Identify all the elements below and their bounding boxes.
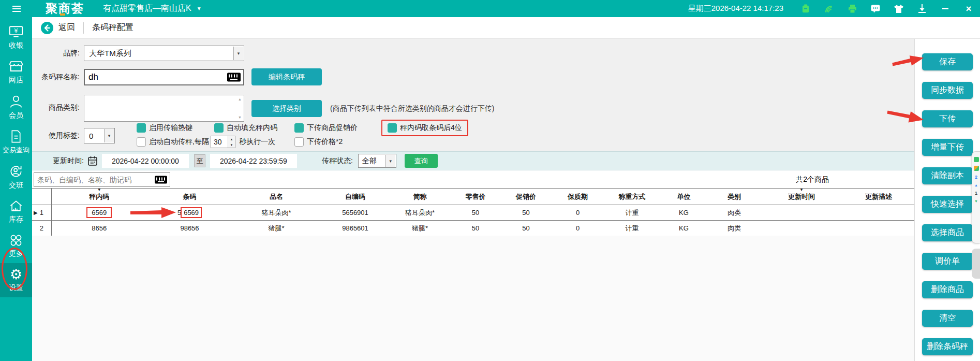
stepper-down-icon[interactable]: ▼ — [228, 142, 235, 148]
date-from-input[interactable]: 2026-04-22 00:00:00 — [102, 154, 189, 168]
use-label-select[interactable]: 0 ▾ — [84, 128, 115, 143]
col-barcode[interactable]: 条码 — [147, 189, 232, 205]
edit-scale-button[interactable]: 编辑条码秤 — [251, 68, 322, 85]
table-row[interactable]: 2 8656 98656 猪腿* 9865601 猪腿* 50 50 0 计重 … — [32, 221, 914, 236]
checkbox-code-last4[interactable]: 秤内码取条码后4位 — [388, 123, 462, 133]
sync-data-button[interactable]: 同步数据 — [922, 82, 973, 99]
clear-button[interactable]: 清空 — [922, 310, 973, 327]
brand-select[interactable]: 大华TM系列 ▾ — [84, 46, 244, 61]
sidebar-item-more[interactable]: 更多 — [0, 229, 32, 263]
keyboard-icon[interactable] — [227, 73, 241, 81]
col-retail-price[interactable]: 零售价 — [450, 189, 501, 205]
checkbox-row-1: 启用传输热键 自动填充秤内码 下传商品促销价 秤内码取条码后4位 — [137, 123, 468, 133]
col-self-code[interactable]: 自编码 — [320, 189, 390, 205]
category-textarea[interactable]: ▲ ▼ — [84, 95, 244, 122]
checkbox-auto-transfer[interactable]: 启动自动传秤,每隔 — [137, 137, 209, 147]
delete-scale-button[interactable]: 删除条码秤 — [922, 338, 973, 355]
col-shelf-life[interactable]: 保质期 — [551, 189, 605, 205]
close-icon[interactable]: × — [963, 4, 974, 13]
minimize-icon[interactable] — [940, 4, 951, 13]
cell-name: 猪耳朵肉* — [232, 205, 320, 221]
incremental-upload-button[interactable]: 增量下传 — [922, 139, 973, 156]
sidebar-item-inventory[interactable]: 库存 — [0, 195, 32, 229]
search-field-wrap — [34, 172, 170, 187]
col-unit[interactable]: 单位 — [659, 189, 708, 205]
search-input[interactable] — [34, 176, 151, 184]
sidebar-item-transactions[interactable]: 交易查询 — [0, 125, 32, 160]
download-icon[interactable] — [917, 4, 927, 13]
scale-status-select[interactable]: 全部 ▾ — [358, 154, 396, 168]
sidebar-item-settings[interactable]: ⚙ 设置 — [0, 263, 32, 297]
calendar-icon[interactable] — [88, 156, 97, 166]
battery-icon — [800, 4, 811, 13]
back-button[interactable]: 返回 — [40, 21, 75, 35]
chat-message-icon[interactable] — [870, 4, 881, 13]
annotation-box-scale-code: 6569 — [86, 207, 112, 218]
date-from-value: 2026-04-22 00:00:00 — [112, 157, 179, 165]
col-name[interactable]: 品名 — [232, 189, 320, 205]
shirt-icon[interactable] — [894, 4, 904, 13]
upload-button[interactable]: 下传 — [922, 110, 973, 127]
col-scale-code[interactable]: ▾秤内码 — [51, 189, 147, 205]
col-promo-price[interactable]: 促销价 — [501, 189, 551, 205]
keyboard-icon[interactable] — [155, 176, 167, 184]
sidebar-item-shift-change[interactable]: 交班 — [0, 160, 32, 195]
chevron-down-icon[interactable]: ▾ — [233, 47, 243, 60]
checkbox-price-x2[interactable]: 下传价格*2 — [294, 137, 343, 147]
col-category[interactable]: 类别 — [708, 189, 760, 205]
col-row-marker — [32, 189, 51, 205]
checkbox-checked-icon[interactable] — [214, 123, 224, 133]
scroll-down-icon[interactable]: ▼ — [238, 115, 242, 119]
interval-stepper[interactable]: 30 ▲ ▼ — [211, 136, 235, 148]
cell-shelf: 0 — [551, 205, 605, 221]
cell-update-desc — [843, 221, 914, 236]
checkbox-checked-icon[interactable] — [137, 123, 146, 133]
query-button[interactable]: 查询 — [405, 154, 438, 168]
checkbox-unchecked-icon[interactable] — [137, 137, 146, 147]
col-update-time[interactable]: ▾更新时间 — [760, 189, 843, 205]
brand-label: 品牌: — [32, 49, 84, 58]
date-to-input[interactable]: 2026-04-22 23:59:59 — [210, 154, 297, 168]
scale-name-input[interactable] — [85, 72, 225, 82]
table-header-row: ▾秤内码 条码 品名 自编码 简称 零售价 促销价 保质期 称重方式 单位 类别… — [32, 189, 914, 205]
checkbox-transfer-hotkey[interactable]: 启用传输热键 — [137, 123, 214, 133]
store-selector[interactable]: 有点甜零售店—南山店K ▼ — [103, 3, 202, 14]
checkbox-label: 启动自动传秤,每隔 — [149, 137, 209, 147]
datetime-label: 星期三2026-04-22 14:17:23 — [688, 4, 783, 13]
price-adjust-button[interactable]: 调价单 — [922, 253, 973, 270]
select-category-button[interactable]: 选择类别 — [251, 100, 322, 117]
stepper-up-icon[interactable]: ▲ — [228, 136, 235, 142]
col-short-name[interactable]: 简称 — [390, 189, 450, 205]
scroll-up-icon[interactable]: ▲ — [238, 97, 242, 101]
cell-update-desc — [843, 205, 914, 221]
checkbox-upload-promo[interactable]: 下传商品促销价 — [294, 123, 381, 133]
select-goods-button[interactable]: 选择商品 — [922, 224, 973, 241]
checkbox-auto-fill-code[interactable]: 自动填充秤内码 — [214, 123, 294, 133]
sidebar-item-cashier[interactable]: ¥ 收银 — [0, 20, 32, 55]
checkbox-unchecked-icon[interactable] — [294, 137, 304, 147]
table-row[interactable]: ▶1 6569 56569 猪耳朵肉* 5656901 猪耳朵肉* 50 50 … — [32, 205, 914, 221]
col-weigh-method[interactable]: 称重方式 — [605, 189, 659, 205]
delete-goods-button[interactable]: 删除商品 — [922, 281, 973, 298]
chevron-down-icon[interactable]: ▾ — [104, 129, 114, 142]
sidebar-item-label: 设置 — [9, 283, 23, 293]
printer-icon[interactable] — [847, 4, 857, 13]
save-button[interactable]: 保存 — [922, 53, 973, 70]
clear-copy-button[interactable]: 清除副本 — [922, 167, 973, 184]
checkbox-checked-icon[interactable] — [294, 123, 304, 133]
cell-category: 肉类 — [708, 205, 760, 221]
hamburger-menu-icon[interactable] — [12, 6, 21, 12]
sidebar-item-label: 收银 — [9, 41, 23, 50]
cell-promo: 50 — [501, 205, 551, 221]
category-label: 商品类别: — [32, 103, 84, 112]
sidebar-item-online-shop[interactable]: 网店 — [0, 55, 32, 90]
col-update-desc[interactable]: 更新描述 — [843, 189, 914, 205]
edge-widget-tab[interactable] — [972, 249, 980, 279]
edge-floating-widget[interactable]: 2 ▲ 1 ▼ — [972, 151, 980, 243]
sidebar-item-members[interactable]: 会员 — [0, 90, 32, 125]
quick-select-button[interactable]: 快速选择 — [922, 196, 973, 213]
chevron-down-icon[interactable]: ▾ — [385, 155, 395, 167]
main-content: 品牌: 大华TM系列 ▾ 条码秤名称: 编辑条码秤 商品类别: ▲ ▼ 选择类别… — [32, 39, 914, 361]
auto-transfer-group: 启动自动传秤,每隔 30 ▲ ▼ 秒执行一次 — [137, 136, 294, 148]
checkbox-checked-icon[interactable] — [388, 123, 397, 133]
